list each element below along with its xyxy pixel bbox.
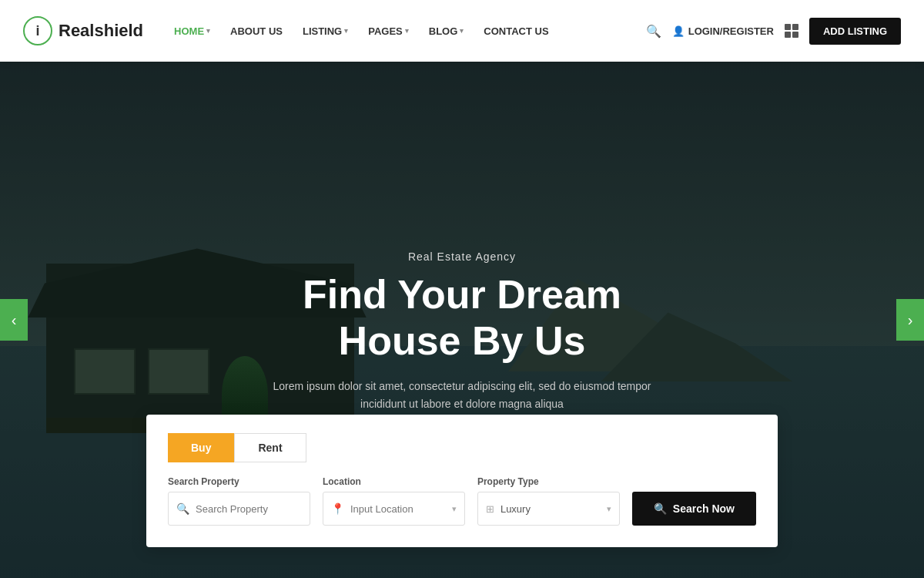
search-tab-buy[interactable]: Buy bbox=[168, 433, 234, 462]
search-button-icon: 🔍 bbox=[654, 502, 667, 515]
location-icon: 📍 bbox=[331, 502, 344, 515]
nav-item-pages[interactable]: PAGES ▾ bbox=[360, 19, 417, 43]
select-chevron-icon: ▾ bbox=[607, 504, 611, 514]
location-input-wrap: 📍 ▾ bbox=[323, 492, 465, 526]
grid-view-icon[interactable] bbox=[785, 24, 798, 38]
search-icon[interactable]: 🔍 bbox=[646, 24, 661, 39]
search-tab-rent[interactable]: Rent bbox=[234, 433, 306, 462]
carousel-next-button[interactable]: › bbox=[896, 299, 924, 341]
search-now-button[interactable]: 🔍 Search Now bbox=[632, 492, 756, 526]
hero-content: Real Estate Agency Find Your Dream House… bbox=[254, 250, 670, 435]
chevron-down-icon: ▾ bbox=[460, 27, 464, 35]
chevron-down-icon: ▾ bbox=[405, 27, 409, 35]
property-type-select-wrap: ⊞ Luxury Apartment Villa Office House ▾ bbox=[477, 492, 620, 526]
search-tabs: Buy Rent bbox=[168, 433, 756, 462]
property-type-label: Property Type bbox=[477, 476, 620, 487]
nav-item-home[interactable]: HOME ▾ bbox=[166, 19, 218, 43]
search-icon: 🔍 bbox=[176, 502, 189, 515]
hero-tag: Real Estate Agency bbox=[270, 250, 654, 263]
property-type-field: Property Type ⊞ Luxury Apartment Villa O… bbox=[477, 476, 620, 526]
logo-text: Realshield bbox=[59, 21, 143, 41]
hero-title: Find Your Dream House By Us bbox=[270, 272, 654, 365]
nav-item-contact[interactable]: CONTACT US bbox=[476, 19, 556, 43]
search-property-label: Search Property bbox=[168, 476, 310, 487]
hero-description: Lorem ipsum dolor sit amet, consectetur … bbox=[270, 378, 654, 412]
add-listing-button[interactable]: ADD LISTING bbox=[809, 18, 901, 45]
nav-item-blog[interactable]: BLOG ▾ bbox=[421, 19, 472, 43]
nav-right: 🔍 👤 LOGIN/REGISTER ADD LISTING bbox=[646, 18, 901, 45]
location-field: Location 📍 ▾ bbox=[323, 476, 465, 526]
chevron-down-icon: ▾ bbox=[206, 27, 210, 35]
carousel-prev-button[interactable]: ‹ bbox=[0, 299, 28, 341]
logo[interactable]: i Realshield bbox=[23, 16, 143, 45]
nav-links: HOME ▾ ABOUT US LISTING ▾ PAGES ▾ BLOG ▾… bbox=[166, 19, 646, 43]
chevron-down-icon: ▾ bbox=[344, 27, 348, 35]
nav-item-listing[interactable]: LISTING ▾ bbox=[295, 19, 356, 43]
nav-item-about[interactable]: ABOUT US bbox=[223, 19, 290, 43]
search-property-field: Search Property 🔍 bbox=[168, 476, 310, 526]
hero-section: ‹ › Real Estate Agency Find Your Dream H… bbox=[0, 62, 924, 578]
svg-text:i: i bbox=[35, 23, 39, 39]
property-type-select[interactable]: Luxury Apartment Villa Office House bbox=[500, 503, 601, 515]
login-register-button[interactable]: 👤 LOGIN/REGISTER bbox=[672, 25, 774, 37]
location-input[interactable] bbox=[350, 503, 446, 515]
location-dropdown-arrow: ▾ bbox=[452, 504, 457, 514]
building-icon: ⊞ bbox=[486, 503, 494, 515]
user-icon: 👤 bbox=[672, 25, 685, 37]
search-box: Buy Rent Search Property 🔍 Location 📍 ▾ bbox=[146, 415, 778, 547]
navbar: i Realshield HOME ▾ ABOUT US LISTING ▾ P… bbox=[0, 0, 924, 62]
location-label: Location bbox=[323, 476, 465, 487]
search-property-input-wrap: 🔍 bbox=[168, 492, 310, 526]
search-fields: Search Property 🔍 Location 📍 ▾ Property … bbox=[168, 476, 756, 526]
search-property-input[interactable] bbox=[196, 503, 302, 515]
logo-icon: i bbox=[23, 16, 52, 45]
